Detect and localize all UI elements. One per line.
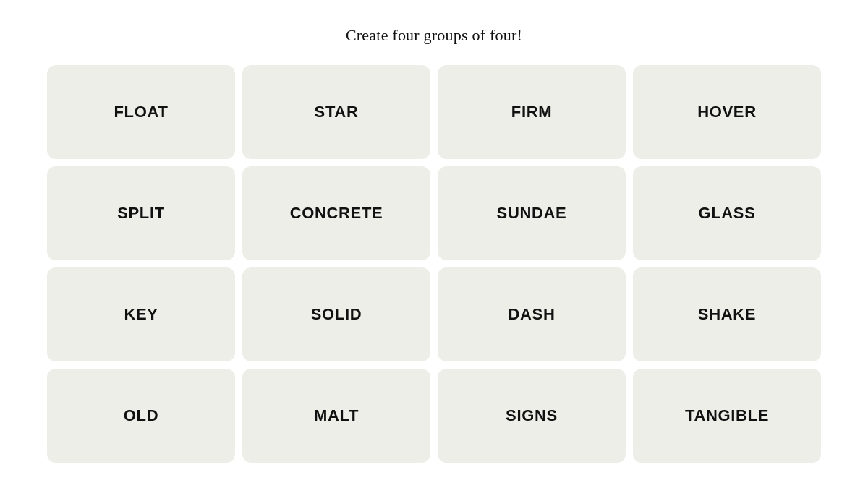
card-label-key: KEY [124,305,158,324]
card-sundae[interactable]: SUNDAE [438,166,626,260]
card-dash[interactable]: DASH [438,267,626,361]
card-label-hover: HOVER [697,103,757,121]
card-label-firm: FIRM [511,103,552,121]
card-label-old: OLD [124,406,158,425]
card-label-tangible: TANGIBLE [685,406,769,425]
card-label-signs: SIGNS [506,406,558,425]
card-float[interactable]: FLOAT [47,65,235,159]
card-old[interactable]: OLD [47,369,235,463]
card-malt[interactable]: MALT [242,369,430,463]
card-tangible[interactable]: TANGIBLE [633,369,821,463]
card-split[interactable]: SPLIT [47,166,235,260]
game-grid: FLOATSTARFIRMHOVERSPLITCONCRETESUNDAEGLA… [47,65,821,463]
card-label-shake: SHAKE [698,305,756,324]
card-star[interactable]: STAR [242,65,430,159]
card-label-split: SPLIT [117,204,165,223]
card-hover[interactable]: HOVER [633,65,821,159]
card-signs[interactable]: SIGNS [438,369,626,463]
card-solid[interactable]: SOLID [242,267,430,361]
card-label-star: STAR [315,103,359,121]
card-label-glass: GLASS [698,204,755,223]
card-concrete[interactable]: CONCRETE [242,166,430,260]
card-glass[interactable]: GLASS [633,166,821,260]
card-label-sundae: SUNDAE [497,204,567,223]
card-shake[interactable]: SHAKE [633,267,821,361]
card-label-concrete: CONCRETE [290,204,383,223]
page-title: Create four groups of four! [346,26,522,45]
card-key[interactable]: KEY [47,267,235,361]
card-label-float: FLOAT [114,103,169,121]
card-label-dash: DASH [509,305,556,324]
card-label-malt: MALT [314,406,359,425]
card-firm[interactable]: FIRM [438,65,626,159]
card-label-solid: SOLID [311,305,362,324]
